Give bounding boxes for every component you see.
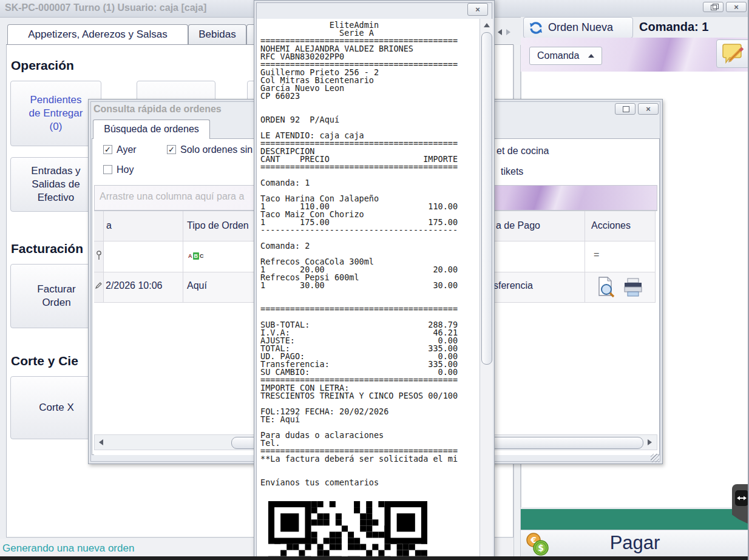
tab-scroll-right-icon[interactable] xyxy=(506,29,510,35)
order-row-fecha[interactable]: 2/2026 10:06 xyxy=(104,272,183,303)
busqueda-tab[interactable]: Búsqueda de ordenes xyxy=(93,120,210,139)
receipt-scrollbar[interactable] xyxy=(480,19,493,558)
comanda-dropdown[interactable]: Comanda xyxy=(529,47,602,65)
header-indicator-cell xyxy=(94,211,104,241)
dialog-title: Consulta rápida de ordenes xyxy=(93,104,222,115)
pendientes-line3: (0) xyxy=(50,120,63,133)
group-by-hint: Arrastre una columna aquí para a xyxy=(100,191,244,202)
comanda-dropdown-label: Comanda xyxy=(537,50,579,61)
filter-pin-icon xyxy=(96,250,102,260)
pencil-icon xyxy=(95,282,103,289)
fecha-value: 2/2026 10:06 xyxy=(106,280,162,291)
restore-window-button[interactable] xyxy=(703,2,724,12)
preview-ticket-icon[interactable] xyxy=(597,277,615,299)
horizontal-arrows-icon xyxy=(735,490,748,506)
refresh-icon xyxy=(529,21,543,35)
section-facturacion: Facturación xyxy=(11,241,83,256)
abc-filter-icon: ABC xyxy=(188,253,204,259)
pendientes-line1: Pendientes xyxy=(30,93,81,107)
print-ticket-icon[interactable] xyxy=(623,278,643,297)
scroll-up-button[interactable] xyxy=(482,20,492,30)
tab-scroll-left-icon[interactable] xyxy=(498,29,502,35)
check-icon: ✓ xyxy=(168,145,175,154)
tab-label: Bebidas xyxy=(198,29,236,40)
column-header-acciones[interactable]: Acciones xyxy=(585,211,656,241)
order-notes-button[interactable] xyxy=(716,39,749,68)
filter-cell-acciones[interactable]: = xyxy=(585,241,656,272)
receipt-close-button[interactable]: × xyxy=(467,3,488,16)
pos-application: SK-PC-000007 Turno (1) Usuario: caja [ca… xyxy=(0,0,749,560)
dialog-close-button[interactable]: × xyxy=(638,103,659,115)
pago-value: sferencia xyxy=(493,280,533,291)
solo-ordenes-checkbox[interactable]: ✓ xyxy=(167,145,176,154)
check-icon: ✓ xyxy=(104,145,111,154)
caret-up-icon xyxy=(588,54,594,58)
column-header-fecha[interactable]: a xyxy=(104,211,183,241)
close-icon: × xyxy=(475,5,480,14)
qr-code xyxy=(268,501,427,558)
column-label: a xyxy=(106,220,112,231)
resize-grip[interactable] xyxy=(651,454,659,462)
solo-ordenes-label: Solo ordenes sin xyxy=(180,144,252,155)
tiket-cocina-label-fragment: et de cocina xyxy=(497,146,549,157)
close-window-button[interactable]: × xyxy=(726,2,747,12)
column-label: a de Pago xyxy=(496,220,540,231)
screen-bottom-edge xyxy=(0,556,749,560)
tab-label: Appetizers, Aderezos y Salsas xyxy=(28,29,168,40)
pagar-label: Pagar xyxy=(521,532,749,554)
hoy-checkbox[interactable] xyxy=(103,165,112,174)
scroll-left-button[interactable] xyxy=(96,436,106,448)
receipt-text: EliteAdmin Serie A =====================… xyxy=(257,19,480,487)
order-total-bar xyxy=(521,508,749,530)
entradas-label: Entradas y Salidas de Efectivo xyxy=(19,164,92,204)
pagar-button[interactable]: € $ Pagar xyxy=(521,530,749,557)
tab-bebidas[interactable]: Bebidas xyxy=(188,24,246,45)
restore-icon xyxy=(711,5,717,10)
status-text: Generando una nueva orden xyxy=(2,542,134,555)
facturar-label: Facturar Orden xyxy=(23,283,90,309)
corte-x-label: Corte X xyxy=(39,401,74,414)
ayer-label: Ayer xyxy=(117,144,137,155)
section-operacion: Operación xyxy=(11,58,74,73)
tikets-label-fragment: tikets xyxy=(501,166,523,177)
receipt-paper: EliteAdmin Serie A =====================… xyxy=(257,19,480,558)
pendientes-line2: de Entregar xyxy=(29,107,83,120)
close-icon: × xyxy=(646,104,651,113)
receipt-preview-window: × EliteAdmin Serie A ===================… xyxy=(254,0,495,560)
filter-cell-fecha[interactable] xyxy=(104,241,183,272)
scrollbar-thumb[interactable] xyxy=(481,32,492,365)
tab-appetizers[interactable]: Appetizers, Aderezos y Salsas xyxy=(7,24,188,45)
filter-indicator-cell xyxy=(94,241,104,272)
orden-nueva-button[interactable]: Orden Nueva xyxy=(523,17,633,38)
equals-filter: = xyxy=(594,249,599,260)
tipo-value: Aquí xyxy=(187,280,207,291)
window-title: SK-PC-000007 Turno (1) Usuario: caja [ca… xyxy=(5,2,206,13)
order-row-acciones xyxy=(585,272,656,303)
ayer-checkbox[interactable]: ✓ xyxy=(103,145,112,154)
dialog-maximize-button[interactable] xyxy=(615,103,635,115)
column-label: Tipo de Orden xyxy=(187,220,249,231)
section-corte: Corte y Cie xyxy=(11,354,78,368)
hoy-label: Hoy xyxy=(117,164,134,175)
column-label: Acciones xyxy=(591,220,631,231)
comanda-counter: Comanda: 1 xyxy=(639,20,708,34)
scroll-right-button[interactable] xyxy=(645,436,654,448)
row-indicator-cell xyxy=(94,272,104,303)
note-pencil-icon xyxy=(721,42,745,66)
orden-nueva-label: Orden Nueva xyxy=(548,21,613,34)
maximize-icon xyxy=(623,106,629,112)
close-icon: × xyxy=(734,2,739,12)
busqueda-tab-label: Búsqueda de ordenes xyxy=(104,124,199,134)
